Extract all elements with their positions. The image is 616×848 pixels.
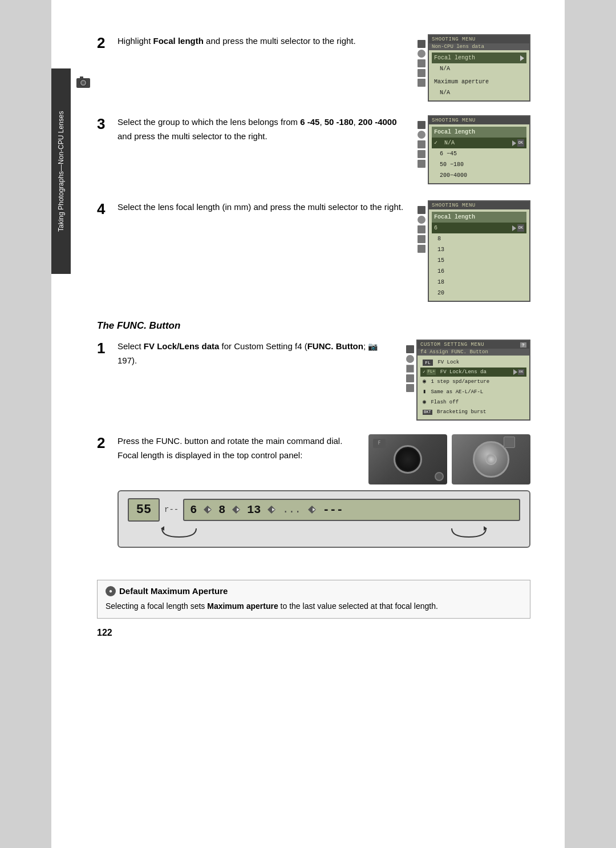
shutter-display: 55: [128, 498, 160, 522]
note-box: ● Default Maximum Aperture Selecting a f…: [97, 580, 530, 619]
step-2-screen: SHOOTING MENU Non-CPU lens data Focal le…: [418, 34, 530, 102]
note-icon: ●: [106, 586, 116, 596]
dial-center: [485, 454, 497, 465]
step-3-screen: SHOOTING MENU Focal length ✓ N/A OK 6 −4…: [418, 115, 530, 184]
lcd-row-13: 13: [432, 244, 526, 255]
control-panel-display: 55 r-- 6 8 13: [117, 490, 530, 548]
step-4-number: 4: [97, 200, 117, 218]
lcd-row-16: 16: [432, 266, 526, 277]
func-heading-label: The FUNC. Button: [97, 320, 180, 331]
page-number: 122: [97, 628, 530, 638]
screen-icons-4: [418, 200, 425, 253]
screen-icon-2: [418, 50, 425, 58]
lcd-row-6: 6 OK: [432, 223, 526, 233]
step-3-number: 3: [97, 115, 117, 133]
lcd-row-20: 20: [432, 288, 526, 298]
lcd-row-na1: N/A: [432, 63, 526, 74]
camera-dial-photo: [452, 434, 530, 484]
lcd-header-4: Focal length: [432, 212, 526, 223]
dial-outer: [473, 441, 509, 478]
lcd-row-na2: N/A: [432, 87, 526, 98]
step-3-text: Select the group to which the lens belon…: [117, 115, 410, 144]
func-section-heading: The FUNC. Button: [97, 320, 530, 332]
lcd-row-18: 18: [432, 277, 526, 288]
page: Taking Photographs—Non-CPU Lenses 2 High…: [51, 0, 565, 848]
lcd-title-3: SHOOTING MENU: [429, 116, 529, 124]
func-step-2-cameras: F: [368, 434, 530, 484]
func-step-2-text: Press the FUNC. button and rotate the ma…: [117, 434, 360, 463]
lcd-fv-lock-lens: ✓ FL+ FV Lock/Lens da OK: [420, 368, 526, 377]
dial-button: [504, 437, 515, 448]
lcd-1step: ◉ 1 step spd/aperture: [420, 377, 526, 387]
curved-arrow-right: [446, 523, 492, 540]
focal-val-8: 8: [218, 503, 225, 516]
curved-arrow-left: [156, 523, 202, 540]
lcd-bracket: BKT Bracketing burst: [420, 407, 526, 417]
step-2-text: Highlight Focal length and press the mul…: [117, 34, 410, 49]
lcd-row-maxap: Maximum aperture: [432, 76, 526, 87]
lcd-flash: ◉ Flash off: [420, 397, 526, 407]
screen-icon-3: [418, 59, 425, 67]
panel-arrows: [128, 523, 520, 540]
func-step-1-number: 1: [97, 340, 117, 357]
lcd-header-3: Focal length: [432, 127, 526, 138]
func-step-2-number: 2: [97, 434, 117, 452]
lcd-body-3: Focal length ✓ N/A OK 6 −45 50 −180 200−…: [429, 124, 529, 183]
lcd-title-2: SHOOTING MENU: [429, 35, 529, 43]
lcd-title-4: SHOOTING MENU: [429, 201, 529, 209]
lcd-screen-3: SHOOTING MENU Focal length ✓ N/A OK 6 −4…: [428, 115, 530, 184]
focal-dashes: ---: [323, 503, 343, 516]
separator-display: r--: [164, 505, 179, 514]
side-tab: Taking Photographs—Non-CPU Lenses: [51, 68, 71, 274]
focal-ellipsis: ...: [282, 504, 301, 515]
lcd-screen-f1: CUSTOM SETTING MENU ? f4 Assign FUNC. Bu…: [416, 340, 530, 421]
screen-icons-3: [418, 115, 425, 168]
step-4-row: 4 Select the lens focal length (in mm) a…: [97, 200, 530, 302]
step-2-row: 2 Highlight Focal length and press the m…: [97, 34, 530, 102]
step-4-screen: SHOOTING MENU Focal length 6 OK 8 13 15 …: [418, 200, 530, 302]
lcd-title-f1: CUSTOM SETTING MENU ?: [418, 341, 529, 349]
screen-icons-f1: [406, 340, 414, 392]
lcd-body-f1: FL FV Lock ✓ FL+ FV Lock/Lens da OK: [418, 356, 529, 419]
lcd-screen-2: SHOOTING MENU Non-CPU lens data Focal le…: [428, 34, 530, 102]
lcd-row-na3: ✓ N/A OK: [432, 138, 526, 148]
func-step-1-text: Select FV Lock/Lens data for Custom Sett…: [117, 340, 398, 368]
screen-icons-2: [418, 34, 425, 87]
step-3-row: 3 Select the group to which the lens bel…: [97, 115, 530, 184]
func-step-2-row: 2 Press the FUNC. button and rotate the …: [97, 434, 530, 484]
diamond-arrow-4: [307, 504, 317, 515]
lcd-row-15: 15: [432, 255, 526, 266]
screen-icon-1: [418, 40, 425, 48]
lcd-row-focal: Focal length: [432, 53, 526, 63]
lcd-subtitle-f1: f4 Assign FUNC. Button: [418, 349, 529, 356]
lcd-fv-lock: FL FV Lock: [420, 358, 526, 368]
camera-icon: [75, 74, 91, 92]
focal-val-6: 6: [190, 503, 197, 516]
lcd-row-200-4000: 200−4000: [432, 170, 526, 181]
camera-body-photo: F: [368, 434, 447, 484]
camera-photos-row: F: [368, 434, 530, 484]
diamond-arrow-1: [202, 504, 213, 515]
lcd-row-6-45: 6 −45: [432, 148, 526, 159]
step-2-number: 2: [97, 34, 117, 52]
svg-point-2: [82, 81, 85, 84]
screen-icon-5: [418, 79, 425, 87]
func-step-1-screen: CUSTOM SETTING MENU ? f4 Assign FUNC. Bu…: [406, 340, 530, 421]
screen-icon-4: [418, 69, 425, 77]
side-tab-label: Taking Photographs—Non-CPU Lenses: [56, 111, 66, 231]
lcd-body-2: Focal length N/A Maximum aperture N/A: [429, 50, 529, 100]
lcd-subtitle-2: Non-CPU lens data: [429, 43, 529, 50]
focal-val-13: 13: [247, 503, 261, 516]
func-step-1-row: 1 Select FV Lock/Lens data for Custom Se…: [97, 340, 530, 421]
lcd-row-50-180: 50 −180: [432, 159, 526, 170]
note-text: Selecting a focal length sets Maximum ap…: [106, 600, 522, 612]
svg-rect-3: [80, 76, 83, 79]
camera-lens: [394, 445, 422, 474]
lcd-body-4: Focal length 6 OK 8 13 15 16 18 20: [429, 209, 529, 301]
step-4-text: Select the lens focal length (in mm) and…: [117, 200, 410, 215]
note-title: ● Default Maximum Aperture: [106, 586, 522, 596]
lcd-ae-l: ▮ Same as AE-L/AF-L: [420, 387, 526, 397]
spacer-1: [97, 551, 530, 568]
focal-sequence-display: 6 8 13 ...: [183, 499, 520, 521]
diamond-arrow-2: [231, 504, 241, 515]
